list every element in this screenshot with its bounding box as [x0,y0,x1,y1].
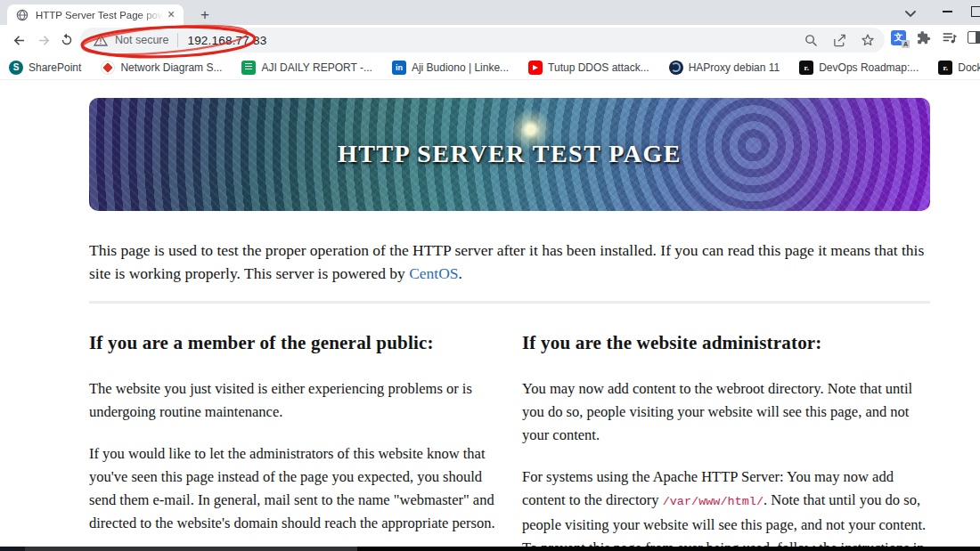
omnibox-divider [177,33,178,47]
banner-title: HTTP SERVER TEST PAGE [89,140,930,168]
not-secure-warning-icon[interactable] [93,32,109,48]
admin-paragraph-1: You may now add content to the webroot d… [522,377,930,447]
tab-title: HTTP Server Test Page powered [36,10,164,20]
administrator-column: If you are the website administrator: Yo… [522,332,930,547]
bookmark-network-diagram[interactable]: Network Diagram S... [101,61,222,75]
forward-button[interactable] [32,28,55,52]
general-public-heading: If you are a member of the general publi… [89,332,497,354]
side-panel-icon[interactable] [968,31,980,44]
media-playlist-icon[interactable] [942,29,958,45]
bookmark-devops-roadmap[interactable]: r. DevOps Roadmap:... [799,61,919,75]
intro-paragraph: This page is used to test the proper ope… [89,239,930,285]
new-tab-button[interactable]: + [196,6,214,24]
browser-toolbar: Not secure 192.168.77.83 文A [0,25,980,55]
globe-favicon-icon [16,9,29,21]
security-label: Not secure [115,34,168,46]
youtube-icon [528,61,543,75]
bookmark-daily-report[interactable]: AJI DAILY REPORT -... [241,61,372,75]
bookmarks-bar: S SharePoint Network Diagram S... AJI DA… [0,55,980,80]
url-text[interactable]: 192.168.77.83 [187,34,803,47]
search-icon[interactable] [803,32,819,48]
admin-paragraph-2: For systems using the Apache HTTP Server… [522,466,930,547]
bookmark-linkedin[interactable]: in Aji Budiono | Linke... [392,61,509,75]
reload-button[interactable] [55,28,78,52]
linkedin-icon: in [392,61,406,75]
roadmap-icon: r. [938,61,952,75]
bookmark-docker-roadmap[interactable]: r. Docker Roadmap -... [938,61,980,75]
sharepoint-icon: S [9,61,23,75]
horizontal-divider [89,301,930,304]
window-maximize-button[interactable] [968,0,980,23]
address-bar[interactable]: Not secure 192.168.77.83 [80,28,885,53]
bookmark-sharepoint[interactable]: S SharePoint [9,61,81,75]
public-paragraph-2: If you would like to let the administrat… [89,442,497,535]
diagram-icon [101,61,115,75]
taskbar-edge [0,547,980,551]
window-minimize-button[interactable] [934,0,960,23]
bookmark-haproxy[interactable]: HAProxy debian 11 [669,61,780,75]
administrator-heading: If you are the website administrator: [522,332,930,354]
tab-strip: HTTP Server Test Page powered × + [0,0,980,25]
haproxy-icon [669,61,683,75]
tab-search-chevron-icon[interactable] [902,5,919,21]
google-translate-icon[interactable]: 文A [891,30,906,45]
extensions-puzzle-icon[interactable] [916,29,932,45]
back-button[interactable] [7,28,30,52]
google-sheets-icon [241,61,256,75]
roadmap-icon: r. [799,61,813,75]
bookmark-star-icon[interactable] [860,32,876,48]
general-public-column: If you are a member of the general publi… [89,332,497,547]
browser-tab[interactable]: HTTP Server Test Page powered × [7,4,184,25]
share-icon[interactable] [831,32,847,48]
tab-close-icon[interactable]: × [164,8,178,22]
public-paragraph-1: The website you just visited is either e… [89,377,497,424]
web-page-viewport: HTTP SERVER TEST PAGE This page is used … [0,80,980,547]
test-page-banner: HTTP SERVER TEST PAGE [89,98,930,211]
bookmark-youtube[interactable]: Tutup DDOS attack... [528,61,649,75]
